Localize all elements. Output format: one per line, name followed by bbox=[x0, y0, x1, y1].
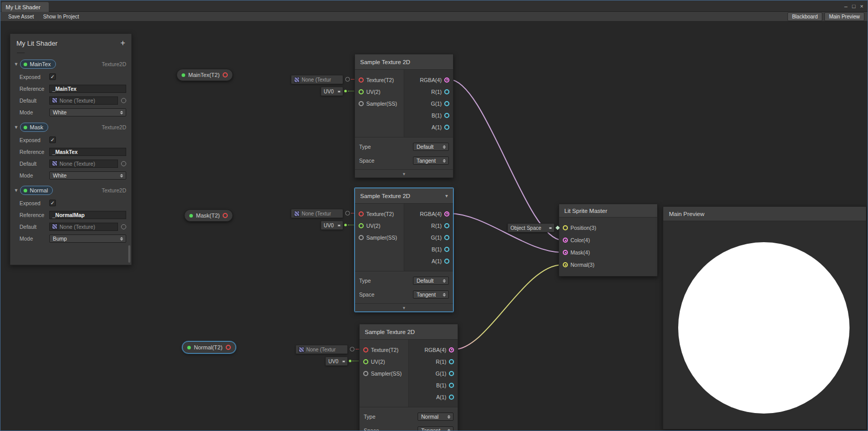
output-a[interactable]: A(1) bbox=[404, 255, 453, 267]
node-header[interactable]: Sample Texture 2D ▾ bbox=[355, 188, 453, 204]
space-dropdown[interactable]: Tangent bbox=[413, 290, 449, 299]
input-uv[interactable]: UV(2) bbox=[355, 86, 404, 97]
mode-dropdown[interactable]: White bbox=[49, 108, 126, 116]
uv-channel-dropdown[interactable]: UV0 bbox=[325, 357, 348, 366]
uv-port-icon[interactable] bbox=[359, 223, 364, 228]
type-dropdown[interactable]: Normal bbox=[418, 413, 453, 421]
input-texture[interactable]: Texture(T2) bbox=[355, 74, 404, 86]
property-header[interactable]: ▼ Normal Texture2D bbox=[10, 184, 131, 197]
texture-default-slot[interactable]: None (Textur bbox=[295, 345, 348, 354]
input-uv[interactable]: UV(2) bbox=[360, 356, 408, 367]
output-r[interactable]: R(1) bbox=[409, 356, 458, 367]
output-b[interactable]: B(1) bbox=[404, 109, 453, 121]
mask-property-node[interactable]: Mask(T2) bbox=[184, 209, 233, 222]
texture-default-slot[interactable]: None (Textur bbox=[291, 209, 343, 218]
sample-texture-2d-node-2[interactable]: Sample Texture 2D ▾ Texture(T2) UV(2) Sa… bbox=[354, 188, 453, 312]
property-pill[interactable]: MainTex bbox=[20, 60, 56, 69]
reference-field[interactable]: _NormalMap bbox=[49, 211, 126, 219]
r-port-icon[interactable] bbox=[444, 89, 449, 94]
show-in-project-button[interactable]: Show In Project bbox=[38, 13, 84, 21]
space-dropdown[interactable]: Tangent bbox=[413, 156, 449, 165]
output-g[interactable]: G(1) bbox=[409, 367, 458, 379]
sampler-port-icon[interactable] bbox=[359, 101, 364, 106]
uv-channel-dropdown[interactable]: UV0 bbox=[321, 87, 343, 96]
reference-field[interactable]: _MaskTex bbox=[49, 148, 126, 156]
space-dropdown[interactable]: Tangent bbox=[418, 426, 453, 431]
edge-rgba-to-normal[interactable] bbox=[454, 265, 562, 349]
object-picker-icon[interactable] bbox=[345, 211, 350, 215]
a-port-icon[interactable] bbox=[449, 395, 454, 400]
mode-dropdown[interactable]: Bump bbox=[49, 234, 126, 243]
normal-property-node[interactable]: Normal(T2) bbox=[182, 341, 236, 354]
collapse-chevron-icon[interactable]: ▾ bbox=[355, 303, 453, 311]
b-port-icon[interactable] bbox=[449, 383, 454, 388]
b-port-icon[interactable] bbox=[444, 113, 449, 118]
default-texture-field[interactable]: None (Texture) bbox=[49, 223, 118, 231]
color-port-icon[interactable] bbox=[563, 238, 568, 243]
texture-default-slot[interactable]: None (Textur bbox=[291, 75, 343, 84]
main-preview-header[interactable]: Main Preview bbox=[663, 207, 866, 221]
input-uv[interactable]: UV(2) bbox=[355, 220, 404, 231]
object-picker-icon[interactable] bbox=[121, 161, 126, 166]
exposed-checkbox[interactable]: ✓ bbox=[49, 73, 56, 80]
sampler-port-icon[interactable] bbox=[359, 235, 364, 240]
type-dropdown[interactable]: Default bbox=[413, 143, 449, 151]
b-port-icon[interactable] bbox=[444, 247, 449, 252]
sample-texture-2d-node-1[interactable]: Sample Texture 2D Texture(T2) UV(2) Samp… bbox=[354, 54, 453, 178]
property-header[interactable]: ▼ Mask Texture2D bbox=[10, 121, 131, 134]
output-b[interactable]: B(1) bbox=[404, 243, 453, 255]
output-rgba[interactable]: RGBA(4) bbox=[409, 344, 458, 356]
exposed-checkbox[interactable]: ✓ bbox=[49, 200, 56, 206]
texture-port-icon[interactable] bbox=[359, 211, 364, 217]
collapse-chevron-icon[interactable]: ▾ bbox=[355, 169, 453, 178]
blackboard-header[interactable]: My Lit Shader + bbox=[10, 34, 131, 57]
foldout-icon[interactable]: ▼ bbox=[14, 62, 20, 67]
g-port-icon[interactable] bbox=[449, 371, 454, 376]
sampler-port-icon[interactable] bbox=[363, 371, 368, 376]
output-r[interactable]: R(1) bbox=[404, 86, 453, 97]
input-sampler[interactable]: Sampler(SS) bbox=[355, 97, 404, 109]
a-port-icon[interactable] bbox=[444, 125, 449, 130]
lit-sprite-master-node[interactable]: Lit Sprite Master Position(3) Color(4) M… bbox=[559, 204, 658, 277]
input-position[interactable]: Position(3) bbox=[559, 222, 657, 234]
r-port-icon[interactable] bbox=[449, 359, 454, 364]
input-sampler[interactable]: Sampler(SS) bbox=[360, 367, 408, 379]
foldout-icon[interactable]: ▼ bbox=[14, 188, 20, 193]
position-port-icon[interactable] bbox=[563, 225, 568, 230]
node-header[interactable]: Sample Texture 2D bbox=[355, 54, 453, 70]
output-b[interactable]: B(1) bbox=[409, 379, 458, 391]
save-asset-button[interactable]: Save Asset bbox=[4, 13, 38, 21]
rgba-port-icon[interactable] bbox=[449, 347, 454, 352]
rgba-port-icon[interactable] bbox=[444, 211, 449, 217]
reference-field[interactable]: _MainTex bbox=[49, 85, 126, 93]
blackboard-panel[interactable]: My Lit Shader + ▼ MainTex Texture2D Expo… bbox=[10, 33, 132, 265]
g-port-icon[interactable] bbox=[444, 101, 449, 106]
output-rgba[interactable]: RGBA(4) bbox=[404, 208, 453, 220]
node-header[interactable]: Sample Texture 2D bbox=[360, 324, 458, 340]
blackboard-toggle-button[interactable]: Blackboard bbox=[787, 12, 822, 21]
type-dropdown[interactable]: Default bbox=[413, 277, 449, 285]
object-picker-icon[interactable] bbox=[121, 98, 126, 103]
object-picker-icon[interactable] bbox=[121, 224, 126, 229]
minimize-icon[interactable]: – bbox=[844, 2, 847, 11]
output-g[interactable]: G(1) bbox=[404, 97, 453, 109]
input-color[interactable]: Color(4) bbox=[559, 234, 657, 246]
input-sampler[interactable]: Sampler(SS) bbox=[355, 231, 404, 243]
input-normal[interactable]: Normal(3) bbox=[559, 259, 657, 271]
close-icon[interactable]: × bbox=[860, 2, 863, 11]
output-rgba[interactable]: RGBA(4) bbox=[404, 74, 453, 86]
rgba-port-icon[interactable] bbox=[444, 77, 449, 83]
output-r[interactable]: R(1) bbox=[404, 220, 453, 231]
property-pill[interactable]: Mask bbox=[20, 123, 48, 132]
default-texture-field[interactable]: None (Texture) bbox=[49, 96, 118, 105]
output-a[interactable]: A(1) bbox=[409, 391, 458, 403]
output-a[interactable]: A(1) bbox=[404, 121, 453, 133]
texture-port-icon[interactable] bbox=[363, 347, 368, 352]
main-preview-panel[interactable]: Main Preview bbox=[663, 206, 866, 429]
position-space-dropdown[interactable]: Object Space bbox=[507, 223, 555, 232]
main-preview-toggle-button[interactable]: Main Preview bbox=[824, 12, 864, 21]
texture-port-icon[interactable] bbox=[359, 77, 364, 83]
maximize-icon[interactable]: □ bbox=[852, 2, 856, 11]
input-mask[interactable]: Mask(4) bbox=[559, 246, 657, 259]
texture-output-port[interactable] bbox=[226, 345, 231, 350]
